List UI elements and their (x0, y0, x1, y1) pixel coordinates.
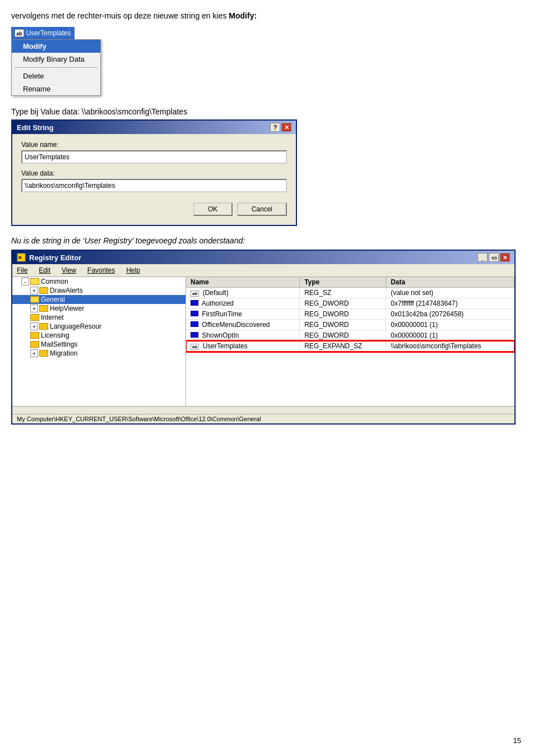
dword-value-icon (191, 300, 198, 306)
reg-menu-view[interactable]: View (59, 265, 78, 275)
ok-button[interactable]: OK (193, 202, 233, 216)
dialog-body: Value name: Value data: OK Cancel (12, 134, 296, 225)
col-name: Name (186, 277, 300, 288)
values-table: Name Type Data ab (Default) REG_SZ (valu… (186, 277, 514, 352)
tree-item-helpviewer[interactable]: + HelpViewer (12, 304, 185, 313)
table-row[interactable]: Authorized REG_DWORD 0x7fffffff (2147483… (186, 298, 514, 309)
registry-entry-name: UserTemplates (26, 29, 71, 37)
reg-close-button[interactable]: ✕ (500, 253, 510, 262)
context-menu-delete[interactable]: Delete (12, 70, 100, 82)
intro-bold: Modify: (229, 11, 257, 20)
dword-value-icon (191, 332, 198, 338)
folder-icon-general (30, 296, 39, 303)
ab-value-icon: ab (191, 291, 199, 297)
reg-restore-button[interactable]: ▭ (489, 253, 499, 262)
row-data: 0x7fffffff (2147483647) (386, 298, 514, 309)
tree-label-drawalerts: DrawAlerts (50, 287, 83, 294)
tree-label-migration: Migration (50, 349, 77, 357)
tree-item-languageresour[interactable]: + LanguageResour (12, 322, 185, 331)
intro-text-before: vervolgens met de rechter-muis op deze n… (11, 11, 229, 20)
tree-label-mailsettings: MailSettings (41, 340, 77, 348)
tree-item-drawalerts[interactable]: + DrawAlerts (12, 286, 185, 295)
tree-item-migration[interactable]: + Migration (12, 349, 185, 358)
tree-expander-languageresour[interactable]: + (30, 322, 38, 330)
row-name: ShownOptIn (186, 330, 300, 341)
value-name-label: Value name: (21, 141, 287, 149)
table-row[interactable]: FirstRunTime REG_DWORD 0x013c42ba (20726… (186, 309, 514, 320)
tree-label-internet: Internet (41, 314, 64, 321)
tree-label-common: Common (41, 278, 68, 285)
table-row[interactable]: OfficeMenuDiscovered REG_DWORD 0x0000000… (186, 320, 514, 330)
row-name: OfficeMenuDiscovered (186, 320, 300, 330)
cancel-button[interactable]: Cancel (237, 202, 287, 216)
reg-minimize-button[interactable]: _ (477, 253, 488, 262)
reg-menu-help[interactable]: Help (124, 265, 142, 275)
row-name: ab (Default) (186, 288, 300, 298)
context-menu-separator (14, 67, 98, 68)
row-data: 0x00000001 (1) (386, 330, 514, 341)
tree-item-licensing[interactable]: Licensing (12, 331, 185, 340)
row-name: FirstRunTime (186, 309, 300, 320)
registry-editor: R Registry Editor _ ▭ ✕ File Edit View F… (11, 250, 516, 425)
reg-menu-edit[interactable]: Edit (36, 265, 53, 275)
row-type: REG_DWORD (300, 330, 386, 341)
reg-main-content: - Common + DrawAlerts General + (12, 277, 514, 406)
tree-item-mailsettings[interactable]: MailSettings (12, 340, 185, 349)
row-name: ab UserTemplates (186, 341, 300, 352)
intro-paragraph: vervolgens met de rechter-muis op deze n… (11, 11, 527, 20)
tree-label-languageresour: LanguageResour (50, 322, 101, 330)
reg-editor-icon: R (17, 253, 26, 262)
svg-text:R: R (18, 255, 22, 260)
value-data-input[interactable] (21, 179, 287, 192)
dialog-help-button[interactable]: ? (270, 123, 280, 132)
ab-value-icon: ab (191, 344, 199, 350)
row-data: 0x013c42ba (20726458) (386, 309, 514, 320)
context-menu-area: ab UserTemplates Modify Modify Binary Da… (11, 27, 527, 96)
row-data: 0x00000001 (1) (386, 320, 514, 330)
tree-expander-helpviewer[interactable]: + (30, 305, 38, 312)
folder-icon-helpviewer (39, 305, 48, 312)
table-row[interactable]: ab (Default) REG_SZ (value not set) (186, 288, 514, 298)
row-type: REG_DWORD (300, 298, 386, 309)
dword-value-icon (191, 311, 198, 316)
dialog-titlebar-buttons: ? ✕ (270, 123, 291, 132)
folder-icon-internet (30, 314, 39, 321)
reg-menu-favorites[interactable]: Favorites (85, 265, 117, 275)
table-row-usertemplates[interactable]: ab UserTemplates REG_EXPAND_SZ \\abrikoo… (186, 341, 514, 352)
value-name-input[interactable] (21, 150, 287, 164)
reg-statusbar: My Computer\HKEY_CURRENT_USER\Software\M… (12, 414, 514, 423)
dialog-titlebar: Edit String ? ✕ (12, 121, 296, 134)
horizontal-scrollbar[interactable] (12, 406, 514, 414)
table-row[interactable]: ShownOptIn REG_DWORD 0x00000001 (1) (186, 330, 514, 341)
folder-icon-licensing (30, 332, 39, 339)
tree-expander-drawalerts[interactable]: + (30, 287, 38, 294)
tree-item-general[interactable]: General (12, 295, 185, 304)
reg-editor-title-text: Registry Editor (29, 253, 81, 262)
tree-label-general: General (41, 296, 65, 303)
col-data: Data (386, 277, 514, 288)
section-label: Type bij Value data: \\abrikoos\smconfig… (11, 107, 527, 116)
tree-item-common[interactable]: - Common (12, 277, 185, 286)
reg-menu-file[interactable]: File (15, 265, 30, 275)
edit-string-dialog: Edit String ? ✕ Value name: Value data: … (11, 119, 297, 226)
context-menu-modify-binary[interactable]: Modify Binary Data (12, 53, 100, 66)
dialog-close-button[interactable]: ✕ (281, 123, 291, 132)
context-menu-modify[interactable]: Modify (12, 40, 100, 53)
context-menu-rename[interactable]: Rename (12, 82, 100, 95)
dialog-action-buttons: OK Cancel (21, 202, 287, 218)
dialog-title: Edit String (17, 123, 54, 132)
tree-expander-migration[interactable]: + (30, 349, 38, 357)
tree-expander-common[interactable]: - (21, 278, 29, 285)
reg-editor-titlebar: R Registry Editor _ ▭ ✕ (12, 251, 514, 264)
col-type: Type (300, 277, 386, 288)
folder-icon-migration (39, 350, 48, 357)
row-type: REG_SZ (300, 288, 386, 298)
folder-icon-drawalerts (39, 287, 48, 294)
folder-icon-common (30, 278, 39, 285)
dword-value-icon (191, 321, 198, 327)
context-menu: Modify Modify Binary Data Delete Rename (11, 39, 101, 96)
ab-icon: ab (15, 29, 24, 37)
reg-tree-pane: - Common + DrawAlerts General + (12, 277, 186, 406)
reg-values-pane: Name Type Data ab (Default) REG_SZ (valu… (186, 277, 514, 406)
tree-item-internet[interactable]: Internet (12, 313, 185, 322)
